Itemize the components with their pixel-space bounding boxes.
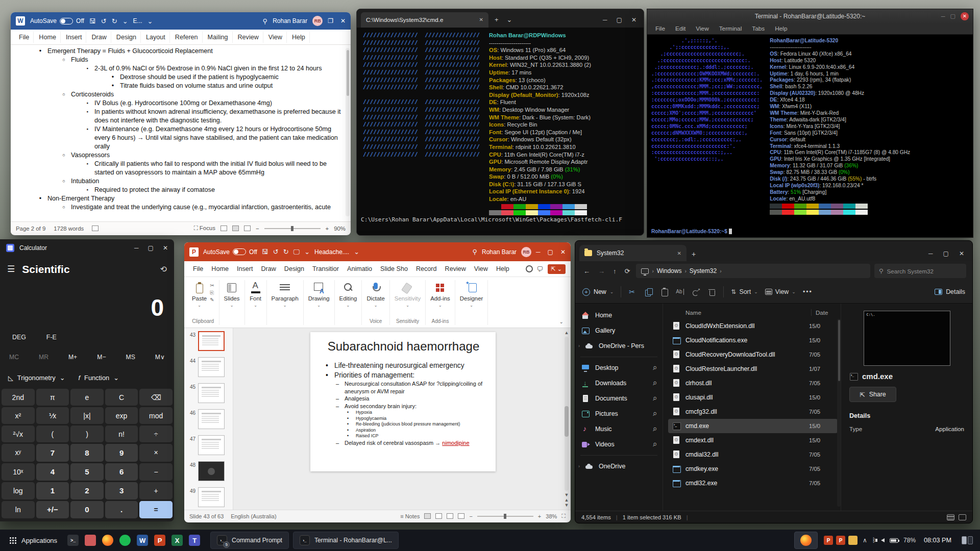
scissors-icon[interactable]: ✂ — [210, 283, 214, 288]
tab-close-icon[interactable]: ✕ — [677, 251, 681, 256]
slide-body[interactable]: •Life-threatening neurosurgical emergenc… — [323, 361, 484, 446]
calc-key-[interactable]: + — [139, 482, 173, 499]
undo-icon[interactable]: ↺ — [273, 248, 279, 255]
sidebar-item-music[interactable]: Music⚲ — [575, 421, 663, 437]
calc-key-0[interactable]: 0 — [70, 501, 104, 518]
chevron-down-icon[interactable]: ⌄ — [354, 248, 359, 255]
slide-thumbnail-47[interactable]: 47 — [187, 435, 233, 455]
file-row-cloudrestorelauncher-dll[interactable]: CloudRestoreLauncher.dll1/07 — [668, 362, 838, 376]
calc-key-[interactable]: × — [139, 444, 173, 461]
focus-mode-button[interactable]: ⛶ Focus — [194, 225, 215, 232]
share-button[interactable]: ⇱ ⌄ — [548, 264, 566, 274]
tray-powerpoint-icon[interactable]: P — [824, 536, 833, 545]
page-indicator[interactable]: Page 2 of 9 — [16, 226, 45, 232]
new-button[interactable]: + New ⌄ — [582, 288, 614, 296]
ppt-tab-help[interactable]: Help — [493, 263, 513, 274]
memory-key-m[interactable]: M+ — [68, 354, 77, 361]
word-count[interactable]: 1728 words — [54, 226, 84, 232]
close-icon[interactable]: ✕ — [631, 16, 636, 23]
breadcrumb-system32[interactable]: System32 — [690, 267, 717, 274]
zoom-level[interactable]: 90% — [334, 226, 346, 232]
terminal-menu-file[interactable]: File — [651, 24, 669, 33]
sort-button[interactable]: ⇅Sort⌄ — [731, 288, 757, 295]
copy-icon[interactable]: ⎘ — [210, 290, 214, 295]
taskbar-window-command-prompt[interactable]: ›_5Command Prompt — [210, 532, 289, 549]
zoom-slider[interactable] — [477, 516, 533, 517]
delete-icon[interactable] — [707, 288, 716, 296]
ppt-tab-transitior[interactable]: Transitior — [309, 263, 342, 274]
zoom-slider[interactable] — [264, 228, 321, 229]
minimize-icon[interactable]: ─ — [928, 250, 933, 257]
file-row-cloudidwxhextension-dll[interactable]: CloudIdWxhExtension.dll15/0 — [668, 319, 838, 333]
word-tab-view[interactable]: View — [264, 32, 287, 43]
ribbon-button-drawing[interactable]: Drawing⌄ — [308, 280, 330, 308]
calc-key-[interactable]: ⌫ — [139, 389, 173, 406]
ribbon-button-slides[interactable]: Slides⌄ — [224, 280, 240, 308]
notes-button[interactable]: ≡ Notes — [400, 513, 420, 519]
calc-key-1[interactable]: 1 — [36, 482, 69, 499]
search-icon[interactable]: ⚲ — [473, 248, 478, 255]
calc-key-[interactable]: = — [139, 501, 173, 518]
clock[interactable]: 08:03 PM — [921, 537, 954, 544]
sidebar-item-documents[interactable]: Documents⚲ — [575, 391, 663, 406]
calc-key-7[interactable]: 7 — [36, 444, 69, 461]
file-row-cmcfg32-dll[interactable]: cmcfg32.dll7/05 — [668, 405, 838, 419]
calc-key-exp[interactable]: exp — [105, 407, 138, 424]
slide-sorter-icon[interactable] — [435, 513, 442, 519]
ppt-tab-record[interactable]: Record — [412, 263, 440, 274]
calc-key-x[interactable]: ²√x — [2, 425, 35, 442]
terminal-output[interactable]: .',;::::;,'. .';:cccccccccccc:;,. .;cccc… — [647, 35, 973, 237]
calc-key-[interactable]: . — [105, 501, 138, 518]
tray-files-icon[interactable] — [848, 536, 857, 545]
slide-indicator[interactable]: Slide 43 of 63 — [189, 513, 224, 519]
word-tab-review[interactable]: Review — [234, 32, 263, 43]
launcher-firefox[interactable] — [100, 533, 115, 548]
up-icon[interactable]: ↑ — [611, 267, 619, 275]
hamburger-menu-icon[interactable]: ☰ — [7, 264, 15, 274]
slideshow-icon[interactable] — [458, 513, 464, 519]
ppt-tab-file[interactable]: File — [189, 263, 207, 274]
refresh-icon[interactable]: ⟳ — [623, 267, 632, 275]
zoom-out-icon[interactable]: − — [469, 513, 472, 519]
ribbon-button-font[interactable]: Font⌄ — [250, 280, 262, 308]
ribbon-button-paragraph[interactable]: Paragraph⌄ — [272, 280, 299, 308]
slide-editor[interactable]: Subarachnoid haemorrhage •Life-threateni… — [310, 332, 496, 471]
reading-view-icon[interactable] — [447, 513, 453, 519]
scroll-down-icon[interactable]: ▼ — [565, 492, 569, 497]
file-row-cloudnotifications-exe[interactable]: CloudNotifications.exe15/0 — [668, 333, 838, 347]
terminal-menu-help[interactable]: Help — [771, 24, 791, 33]
column-name[interactable]: Name — [685, 309, 701, 316]
undo-icon[interactable]: ↺ — [101, 18, 107, 24]
ppt-tab-design[interactable]: Design — [281, 263, 308, 274]
scrollbar[interactable] — [837, 319, 841, 507]
file-row-cmdl32-exe[interactable]: cmdl32.exe7/05 — [668, 476, 838, 490]
calc-key-3[interactable]: 3 — [105, 482, 138, 499]
word-tab-file[interactable]: File — [15, 32, 34, 43]
calc-key-[interactable]: ( — [36, 425, 69, 442]
terminal-titlebar[interactable]: Terminal - RohanBarar@Latitude-5320:~ ─ … — [647, 9, 973, 23]
redo-icon[interactable]: ↻ — [283, 248, 289, 255]
calc-key-8[interactable]: 8 — [70, 444, 104, 461]
calc-key-n[interactable]: n! — [105, 425, 138, 442]
save-icon[interactable]: 🖫 — [89, 18, 96, 24]
cmd-output[interactable]: //////////////// //////////////// //////… — [357, 28, 644, 214]
ppt-tab-insert[interactable]: Insert — [233, 263, 257, 274]
calc-key-[interactable]: +/− — [36, 501, 69, 518]
minimize-icon[interactable]: ─ — [941, 13, 945, 19]
slide-thumbnail-44[interactable]: 44 — [187, 357, 233, 377]
save-icon[interactable]: 🖫 — [262, 248, 268, 255]
calc-key-[interactable]: ÷ — [139, 425, 173, 442]
calc-key-x[interactable]: x² — [2, 407, 35, 424]
restore-icon[interactable]: ❐ — [328, 17, 333, 24]
slide-thumbnail-43[interactable]: 43 — [187, 331, 233, 351]
redo-icon[interactable]: ↻ — [112, 18, 117, 24]
search-input[interactable]: ⚲ Search System32 — [874, 264, 966, 278]
word-tab-insert[interactable]: Insert — [62, 32, 87, 43]
zoom-in-icon[interactable]: + — [326, 226, 329, 232]
terminal-menu-view[interactable]: View — [692, 24, 713, 33]
slide-title[interactable]: Subarachnoid haemorrhage — [323, 339, 484, 354]
calc-key-mod[interactable]: mod — [139, 407, 173, 424]
launcher-files[interactable] — [83, 533, 98, 548]
record-icon[interactable] — [526, 265, 533, 272]
ppt-tab-review[interactable]: Review — [442, 263, 470, 274]
